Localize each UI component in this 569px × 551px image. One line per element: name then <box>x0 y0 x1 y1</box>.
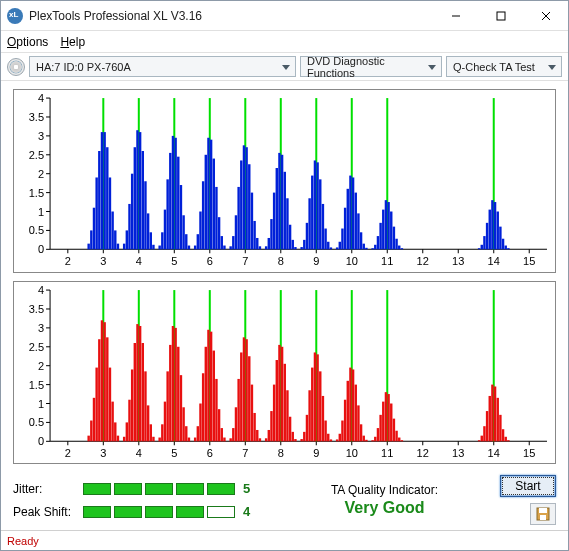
svg-rect-271 <box>172 325 174 440</box>
drive-select[interactable]: HA:7 ID:0 PX-760A <box>29 56 296 77</box>
drive-select-label: HA:7 ID:0 PX-760A <box>36 61 131 73</box>
svg-rect-345 <box>390 403 392 441</box>
svg-rect-76 <box>126 230 128 249</box>
svg-rect-91 <box>169 153 171 249</box>
svg-rect-103 <box>205 155 207 250</box>
svg-rect-338 <box>371 440 373 441</box>
svg-rect-265 <box>152 436 154 441</box>
svg-rect-276 <box>185 426 187 441</box>
svg-rect-266 <box>158 437 160 441</box>
svg-rect-162 <box>379 223 381 249</box>
svg-rect-358 <box>499 414 501 440</box>
svg-text:12: 12 <box>417 447 429 459</box>
save-image-button[interactable] <box>530 503 556 525</box>
svg-rect-97 <box>185 234 187 249</box>
svg-rect-354 <box>489 395 491 440</box>
chart-area: 00.511.522.533.5423456789101112131415 00… <box>1 81 568 468</box>
svg-rect-269 <box>166 371 168 441</box>
menu-bar: Options Help <box>1 31 568 53</box>
svg-rect-351 <box>481 435 483 441</box>
svg-rect-171 <box>478 248 480 249</box>
svg-rect-288 <box>221 428 223 441</box>
svg-rect-161 <box>377 236 379 249</box>
svg-rect-4 <box>50 98 547 249</box>
minimize-button[interactable] <box>433 1 478 31</box>
svg-rect-249 <box>106 337 108 441</box>
svg-rect-85 <box>150 232 152 249</box>
svg-rect-168 <box>395 239 397 250</box>
svg-rect-299 <box>253 412 255 440</box>
svg-text:9: 9 <box>313 255 319 267</box>
svg-rect-263 <box>147 405 149 441</box>
svg-rect-90 <box>166 179 168 249</box>
svg-rect-242 <box>87 435 89 441</box>
svg-rect-128 <box>278 153 280 249</box>
svg-rect-255 <box>126 422 128 441</box>
svg-text:1.5: 1.5 <box>29 378 44 390</box>
svg-rect-99 <box>194 246 196 250</box>
svg-rect-252 <box>114 422 116 441</box>
status-text: Ready <box>7 535 39 547</box>
app-icon <box>7 8 23 24</box>
svg-rect-93 <box>174 138 176 250</box>
svg-rect-165 <box>387 202 389 249</box>
toolbar: HA:7 ID:0 PX-760A DVD Diagnostic Functio… <box>1 53 568 81</box>
svg-text:6: 6 <box>207 255 213 267</box>
svg-rect-289 <box>223 437 225 441</box>
svg-rect-88 <box>161 232 163 249</box>
svg-text:1: 1 <box>38 206 44 218</box>
svg-rect-119 <box>251 193 253 250</box>
svg-text:11: 11 <box>381 447 393 459</box>
svg-rect-291 <box>232 428 234 441</box>
close-button[interactable] <box>523 1 568 31</box>
svg-rect-273 <box>177 346 179 441</box>
svg-rect-333 <box>355 384 357 441</box>
svg-rect-157 <box>363 244 365 250</box>
svg-text:2: 2 <box>65 255 71 267</box>
svg-rect-86 <box>152 245 154 250</box>
svg-rect-243 <box>90 420 92 441</box>
function-select[interactable]: DVD Diagnostic Functions <box>300 56 442 77</box>
maximize-button[interactable] <box>478 1 523 31</box>
svg-rect-158 <box>365 248 367 250</box>
svg-rect-298 <box>251 384 253 441</box>
svg-rect-254 <box>123 436 125 441</box>
svg-rect-117 <box>245 147 247 249</box>
menu-options[interactable]: Options <box>7 35 48 49</box>
svg-rect-78 <box>131 174 133 250</box>
svg-rect-251 <box>111 401 113 441</box>
svg-rect-177 <box>494 202 496 249</box>
title-bar: PlexTools Professional XL V3.16 <box>1 1 568 31</box>
svg-rect-96 <box>182 215 184 249</box>
svg-rect-92 <box>172 136 174 249</box>
svg-rect-178 <box>497 212 499 250</box>
svg-rect-304 <box>270 411 272 441</box>
svg-rect-156 <box>360 232 362 249</box>
chart-top: 00.511.522.533.5423456789101112131415 <box>13 89 556 273</box>
svg-text:13: 13 <box>452 255 464 267</box>
status-bar: Ready <box>1 530 568 550</box>
svg-text:6: 6 <box>207 447 213 459</box>
svg-rect-279 <box>197 426 199 441</box>
peakshift-value: 4 <box>243 504 250 519</box>
start-button[interactable]: Start <box>500 475 556 497</box>
function-select-label: DVD Diagnostic Functions <box>307 55 423 79</box>
svg-text:2: 2 <box>65 447 71 459</box>
svg-rect-275 <box>182 407 184 441</box>
test-select[interactable]: Q-Check TA Test <box>446 56 562 77</box>
svg-rect-141 <box>316 162 318 249</box>
svg-rect-334 <box>357 405 359 441</box>
svg-rect-106 <box>213 159 215 250</box>
svg-rect-270 <box>169 344 171 440</box>
svg-rect-153 <box>352 177 354 249</box>
peakshift-bars <box>83 506 235 518</box>
svg-text:4: 4 <box>136 447 142 459</box>
menu-help[interactable]: Help <box>60 35 85 49</box>
svg-rect-175 <box>489 210 491 250</box>
svg-rect-340 <box>377 428 379 441</box>
svg-rect-151 <box>347 189 349 250</box>
svg-rect-262 <box>144 371 146 441</box>
peakshift-row: Peak Shift: 4 <box>13 504 283 519</box>
svg-rect-71 <box>109 177 111 249</box>
svg-rect-246 <box>98 339 100 441</box>
